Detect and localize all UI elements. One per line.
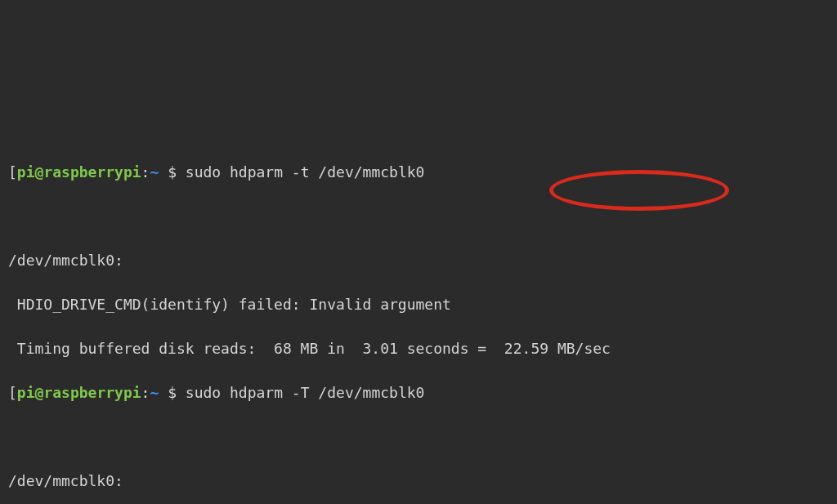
prompt-line-1: [pi@raspberrypi:~ $ sudo hdparm -t /dev/… (8, 161, 829, 183)
command-text: sudo hdparm -t /dev/mmcblk0 (186, 163, 425, 181)
prompt-user: pi (17, 163, 35, 181)
command-text: sudo hdparm -T /dev/mmcblk0 (186, 384, 425, 401)
prompt-path: ~ (150, 163, 159, 181)
output-line: Timing buffered disk reads: 68 MB in 3.0… (8, 337, 829, 359)
terminal-panel-top[interactable]: [pi@raspberrypi:~ $ sudo hdparm -t /dev/… (0, 88, 837, 504)
prompt-line-2: [pi@raspberrypi:~ $ sudo hdparm -T /dev/… (8, 381, 829, 404)
prompt-host: raspberrypi (43, 163, 141, 181)
blank-line (8, 426, 829, 448)
output-line: /dev/mmcblk0: (8, 470, 829, 492)
output-line: HDIO_DRIVE_CMD(identify) failed: Invalid… (8, 293, 829, 315)
output-line: /dev/mmcblk0: (8, 249, 829, 271)
blank-line (8, 205, 829, 227)
